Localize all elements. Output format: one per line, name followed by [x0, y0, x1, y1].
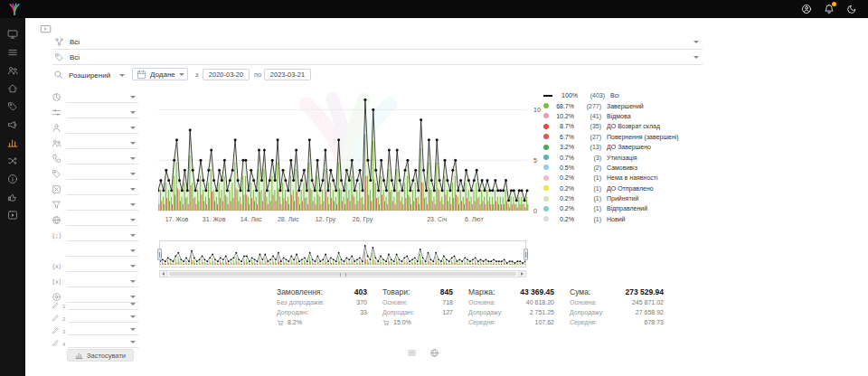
legend-item-7[interactable]: 0.7%(3)Утилізація: [543, 152, 703, 162]
legend-count: (1): [578, 205, 601, 212]
chevron-down-icon: [119, 74, 125, 77]
filter-row-phone: [52, 151, 138, 166]
navigator-left-handle[interactable]: [157, 249, 162, 260]
chevron-down-icon: [130, 203, 136, 206]
legend-dot-swatch: [543, 164, 549, 170]
tag-icon: [52, 169, 61, 179]
filter-select-11[interactable]: [66, 246, 138, 257]
globe-icon[interactable]: [429, 348, 439, 358]
brackets-x-icon: [x]: [52, 277, 61, 287]
flow-icon: [54, 37, 64, 47]
type-filter-select[interactable]: Всі: [52, 52, 703, 65]
filter-select-5[interactable]: [66, 154, 138, 164]
custom-field-row-1: 1: [52, 298, 138, 311]
filter-row-checkbox: [52, 182, 138, 197]
filter-select-1[interactable]: [66, 92, 138, 103]
person-icon: [52, 123, 61, 133]
orders-chart[interactable]: 051017. Жов31. Жов14. Лис28. Лис12. Гру2…: [158, 84, 549, 229]
sidebar-item-analytics[interactable]: [4, 136, 22, 149]
chart-icon: [7, 137, 18, 148]
date-from-input[interactable]: 2020-03-20: [203, 69, 250, 80]
scrollbar-thumb[interactable]: [169, 272, 516, 276]
sidebar-item-integrations[interactable]: [4, 154, 22, 167]
funnel-icon: [52, 200, 61, 210]
sidebar-item-info[interactable]: [4, 172, 22, 185]
sidebar-item-store[interactable]: [4, 81, 22, 95]
legend-count: (35): [578, 123, 601, 129]
date-to-label: по: [254, 70, 261, 79]
filter-select-9[interactable]: [66, 215, 138, 226]
status-filter-select[interactable]: Всі: [52, 36, 703, 50]
legend-dot-swatch: [543, 175, 549, 181]
sidebar-item-orders[interactable]: [4, 45, 22, 59]
filter-select-8[interactable]: [66, 200, 138, 211]
legend-item-13[interactable]: 0.2%(1)Новий: [543, 214, 703, 224]
legend-count: (1): [578, 195, 601, 202]
legend-item-11[interactable]: 0.2%(1)Прийнятий: [543, 193, 703, 203]
sidebar-item-video[interactable]: [4, 208, 22, 221]
cart-icon: [382, 319, 390, 326]
sidebar-item-customers[interactable]: [4, 63, 22, 77]
custom-field-select-3[interactable]: [68, 324, 138, 335]
rows-icon[interactable]: [407, 348, 417, 358]
navigator-right-handle[interactable]: [524, 249, 528, 260]
filter-select-12[interactable]: [66, 261, 138, 272]
chart-navigator[interactable]: [159, 240, 526, 268]
filter-row-person: [52, 120, 138, 136]
stat-subrow: Допродані:127: [382, 307, 453, 317]
filter-select-13[interactable]: [66, 277, 138, 287]
custom-field-number: 4: [62, 342, 65, 347]
theme-icon[interactable]: [846, 4, 857, 14]
legend-item-4[interactable]: 8.7%(35)ДО Возврат склад: [543, 121, 703, 131]
filter-select-10[interactable]: [66, 230, 138, 241]
legend-label: Повернення (завершені): [607, 134, 679, 140]
mode-value: Розширений: [69, 71, 110, 80]
legend-item-12[interactable]: 0.2%(1)Відправлений: [543, 203, 703, 213]
orders-chart-svg[interactable]: 051017. Жов31. Жов14. Лис28. Лис12. Гру2…: [158, 84, 549, 227]
custom-field-select-4[interactable]: [68, 337, 138, 348]
summary-stats: Замовлення:403Без допродажів:370Допродан…: [277, 286, 664, 327]
sidebar-item-products[interactable]: [4, 99, 22, 113]
legend-label: Утилізація: [607, 155, 637, 161]
legend-item-8[interactable]: 0.5%(2)Самовивіз: [543, 163, 703, 173]
stat-title: Товари:845: [382, 286, 453, 297]
scroll-left-button[interactable]: [159, 270, 167, 277]
legend-item-3[interactable]: 10.2%(41)Відмова: [543, 111, 703, 121]
sidebar-item-feedback[interactable]: [4, 190, 22, 203]
filter-select-4[interactable]: [66, 138, 138, 149]
legend-item-6[interactable]: 3.2%(13)ДО Завершено: [543, 142, 703, 152]
braces-x-icon: {x}: [52, 261, 61, 271]
chart-legend: 100%(403)Всі68.7%(277)Завершений10.2%(41…: [543, 90, 703, 224]
scrollbar-track[interactable]: [167, 270, 518, 277]
legend-count: (13): [578, 144, 601, 150]
sidebar-item-dashboard[interactable]: [4, 27, 22, 41]
legend-label: Прийнятий: [607, 195, 638, 202]
legend-item-5[interactable]: 6.7%(27)Повернення (завершені): [543, 132, 703, 142]
filter-select-3[interactable]: [66, 123, 138, 134]
mode-select[interactable]: Розширений: [69, 70, 125, 81]
custom-field-select-2[interactable]: [68, 312, 138, 323]
filter-select-2[interactable]: [66, 108, 138, 118]
date-to-input[interactable]: 2023-03-21: [264, 69, 311, 80]
scrollbar-grip-icon: [340, 273, 346, 277]
date-field-select[interactable]: Додане: [132, 68, 188, 80]
apply-button[interactable]: Застосувати: [67, 349, 134, 362]
chevron-down-icon: [693, 41, 699, 43]
filter-select-6[interactable]: [66, 169, 138, 180]
legend-item-1[interactable]: 100%(403)Всі: [543, 90, 703, 100]
custom-field-select-1[interactable]: [68, 299, 138, 310]
app-logo[interactable]: [7, 3, 22, 16]
stat-title: Маржа:43 369.45: [468, 286, 554, 297]
legend-item-2[interactable]: 68.7%(277)Завершений: [543, 100, 703, 110]
sidebar-item-marketing[interactable]: [4, 118, 22, 131]
legend-item-9[interactable]: 0.2%(1)Нема в наявності: [543, 173, 703, 183]
user-icon[interactable]: [801, 4, 812, 14]
filter-select-7[interactable]: [66, 184, 138, 195]
search-icon[interactable]: [53, 70, 63, 80]
screen-icon[interactable]: [40, 24, 52, 35]
notifications-icon[interactable]: [824, 4, 835, 14]
pie-icon: [52, 92, 61, 102]
scroll-right-button[interactable]: [518, 270, 526, 277]
legend-percent: 0.5%: [552, 164, 574, 171]
legend-item-10[interactable]: 0.2%(1)ДО Отправлено: [543, 183, 703, 193]
